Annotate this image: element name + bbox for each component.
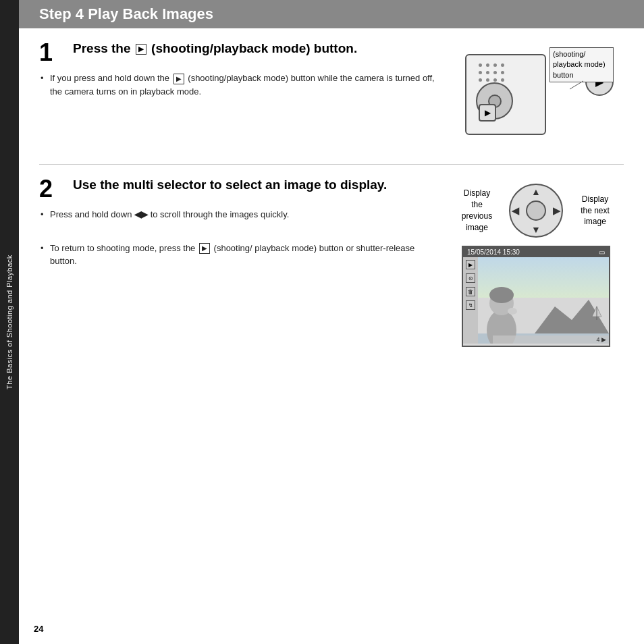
step1-bullets: If you press and hold down the ▶ (shooti… [39,72,435,98]
svg-point-7 [508,308,517,315]
display-next-label: Display the next image [576,194,614,227]
playback-icon-inline3: ▶ [199,243,210,254]
screen-photo-area: 4 ▶ [478,257,609,344]
step2-header: 2 Use the multi selector to select an im… [39,177,435,201]
camera-playback-btn: ▶ [479,104,496,122]
step1-number: 1 [39,41,63,65]
camera-body: ▶ [465,54,546,135]
step1-content: 1 Press the ▶ (shooting/playback mode) b… [39,41,448,152]
selector-inner-btn [526,200,546,221]
playback-icon-inline2: ▶ [173,74,184,84]
screen-content: ▶ ⊙ 🗑 ↯ [463,257,609,344]
step1-illustration: ▶ ▶ (shooting/ playback mode) button [448,41,624,152]
playback-icon-inline: ▶ [136,44,146,55]
screen-battery: ▭ [599,248,605,256]
selector-wheel: ◀ ▶ ▲ ▼ [509,184,563,238]
step2-title: Use the multi selector to select an imag… [73,177,387,194]
step1-header: 1 Press the ▶ (shooting/playback mode) b… [39,41,435,65]
camera-diagram: ▶ ▶ (shooting/ playback mode) button [458,47,614,152]
page-number: 24 [34,624,43,634]
step2-bullets: Press and hold down ◀▶ to scroll through… [39,208,435,268]
step1-bullet1: If you press and hold down the ▶ (shooti… [39,72,435,98]
camera-screen: 15/05/2014 15:30 ▭ ▶ ⊙ 🗑 ↯ [462,246,610,347]
step1-section: 1 Press the ▶ (shooting/playback mode) b… [39,28,624,165]
sidebar-label: The Basics of Shooting and Playback [5,254,14,390]
step2-content: 2 Use the multi selector to select an im… [39,177,448,347]
screen-timestamp: 15/05/2014 15:30 [467,248,520,256]
step2-section: 2 Use the multi selector to select an im… [39,165,624,359]
display-prev-label: Display the previous image [458,188,495,233]
camera-dots [479,63,506,84]
step2-right: Display the previous image ◀ ▶ ▲ ▼ Displ… [448,177,624,347]
selector-right-arrow: ▶ [553,205,560,216]
main-content: Step 4 Play Back Images 1 Press the ▶ (s… [19,0,644,373]
screen-bottom-bar: 4 ▶ [493,336,609,344]
step2-bullet1: Press and hold down ◀▶ to scroll through… [39,208,435,221]
step1-title: Press the ▶ (shooting/playback mode) but… [73,41,357,57]
screen-count: 4 ▶ [596,336,606,343]
step2-bullet2: To return to shooting mode, press the ▶ … [39,242,435,268]
screen-icon3: 🗑 [466,287,475,296]
screen-top-bar: 15/05/2014 15:30 ▭ [463,247,609,257]
multi-selector-area: Display the previous image ◀ ▶ ▲ ▼ Displ… [458,184,614,238]
title-bar: Step 4 Play Back Images [19,0,644,28]
callout-label: (shooting/ playback mode) button [549,47,614,82]
page-title: Step 4 Play Back Images [39,5,624,23]
screen-mountains [535,293,609,333]
screen-icon4: ↯ [466,300,475,310]
selector-down-arrow: ▼ [531,224,541,235]
step2-number: 2 [39,177,63,201]
selector-up-arrow: ▲ [531,186,541,197]
screen-icons-col: ▶ ⊙ 🗑 ↯ [463,257,478,344]
screen-icon2: ⊙ [466,273,475,283]
selector-left-arrow: ◀ [512,205,519,216]
svg-point-6 [489,287,514,303]
screen-person [481,276,522,344]
screen-icon1: ▶ [466,260,475,269]
sidebar: The Basics of Shooting and Playback [0,0,19,644]
